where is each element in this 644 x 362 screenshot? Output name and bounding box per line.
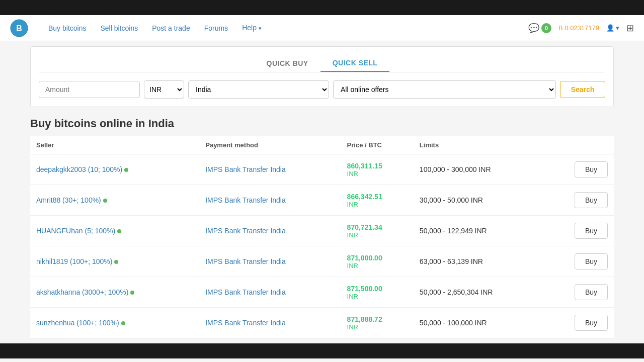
buy-button[interactable]: Buy (575, 223, 608, 239)
listings-table: Seller Payment method Price / BTC Limits… (30, 136, 614, 338)
cell-buy: Buy (544, 154, 614, 185)
cell-price: 871,000.00INR (341, 246, 414, 277)
buy-button[interactable]: Buy (575, 192, 608, 208)
nav-post-trade[interactable]: Post a trade (145, 15, 197, 41)
col-price: Price / BTC (341, 136, 414, 154)
messages-group[interactable]: 💬 0 (528, 23, 551, 34)
cell-limits: 50,000 - 122,949 INR (414, 216, 544, 246)
cell-price: 871,500.00INR (341, 277, 414, 308)
search-button[interactable]: Search (560, 81, 605, 98)
price-value: 871,000.00 (347, 254, 382, 262)
cell-price: 870,721.34INR (341, 216, 414, 246)
messages-badge: 0 (541, 23, 551, 33)
cell-payment: IMPS Bank Transfer India (199, 216, 341, 246)
price-currency: INR (347, 293, 408, 300)
logo-icon: B (10, 19, 28, 37)
table-row: Amrit88 (30+; 100%)IMPS Bank Transfer In… (30, 185, 614, 216)
seller-link[interactable]: deepakgkk2003 (10; 100%) (36, 165, 122, 173)
cell-payment: IMPS Bank Transfer India (199, 308, 341, 338)
nav-forums[interactable]: Forums (197, 15, 235, 41)
seller-link[interactable]: Amrit88 (30+; 100%) (36, 196, 101, 204)
online-indicator (124, 168, 128, 172)
payment-link[interactable]: IMPS Bank Transfer India (205, 196, 286, 204)
cell-buy: Buy (544, 246, 614, 277)
user-menu[interactable]: 👤 ▾ (606, 24, 619, 32)
trade-form: INR USD EUR India United States United K… (39, 80, 605, 99)
top-bar (0, 0, 644, 15)
cell-price: 860,311.15INR (341, 154, 414, 185)
online-indicator (117, 229, 121, 233)
online-indicator (121, 321, 125, 325)
trade-panel: QUICK BUY QUICK SELL INR USD EUR India U… (30, 46, 614, 107)
col-limits: Limits (414, 136, 544, 154)
currency-select[interactable]: INR USD EUR (144, 80, 184, 99)
buy-button[interactable]: Buy (575, 315, 608, 331)
cell-limits: 100,000 - 300,000 INR (414, 154, 544, 185)
table-row: nikhil1819 (100+; 100%)IMPS Bank Transfe… (30, 246, 614, 277)
svg-text:B: B (16, 24, 22, 33)
buy-button[interactable]: Buy (575, 284, 608, 300)
main-content: QUICK BUY QUICK SELL INR USD EUR India U… (20, 41, 624, 343)
table-row: deepakgkk2003 (10; 100%)IMPS Bank Transf… (30, 154, 614, 185)
seller-link[interactable]: sunzhenhua (100+; 100%) (36, 319, 119, 327)
cell-seller: akshatkhanna (3000+; 100%) (30, 277, 199, 308)
price-currency: INR (347, 262, 408, 269)
table-header-row: Seller Payment method Price / BTC Limits (30, 136, 614, 154)
table-row: sunzhenhua (100+; 100%)IMPS Bank Transfe… (30, 308, 614, 338)
nav-sell-bitcoins[interactable]: Sell bitcoins (93, 15, 145, 41)
price-currency: INR (347, 201, 408, 208)
seller-link[interactable]: akshatkhanna (3000+; 100%) (36, 288, 128, 296)
online-indicator (103, 199, 107, 203)
cell-seller: sunzhenhua (100+; 100%) (30, 308, 199, 338)
user-icon: 👤 (606, 24, 614, 32)
navbar-links: Buy bitcoins Sell bitcoins Post a trade … (41, 15, 528, 41)
payment-link[interactable]: IMPS Bank Transfer India (205, 165, 286, 173)
price-currency: INR (347, 170, 408, 177)
nav-buy-bitcoins[interactable]: Buy bitcoins (41, 15, 93, 41)
cell-limits: 63,000 - 63,139 INR (414, 246, 544, 277)
cell-payment: IMPS Bank Transfer India (199, 246, 341, 277)
price-currency: INR (347, 323, 408, 331)
brand[interactable]: B (10, 19, 31, 37)
table-header: Seller Payment method Price / BTC Limits (30, 136, 614, 154)
payment-link[interactable]: IMPS Bank Transfer India (205, 319, 286, 327)
cell-limits: 50,000 - 100,000 INR (414, 308, 544, 338)
country-select[interactable]: India United States United Kingdom (188, 80, 329, 99)
payment-link[interactable]: IMPS Bank Transfer India (205, 288, 286, 296)
online-indicator (114, 260, 118, 264)
online-indicator (130, 291, 134, 295)
cell-buy: Buy (544, 308, 614, 338)
tab-quick-buy[interactable]: QUICK BUY (255, 55, 320, 72)
tab-quick-sell[interactable]: QUICK SELL (320, 55, 390, 72)
payment-link[interactable]: IMPS Bank Transfer India (205, 257, 286, 265)
cell-buy: Buy (544, 277, 614, 308)
cell-limits: 50,000 - 2,650,304 INR (414, 277, 544, 308)
offer-select[interactable]: All online offers (333, 80, 556, 99)
cell-price: 866,342.51INR (341, 185, 414, 216)
buy-button[interactable]: Buy (575, 161, 608, 177)
table-row: HUANGFUhan (5; 100%)IMPS Bank Transfer I… (30, 216, 614, 246)
price-currency: INR (347, 231, 408, 239)
help-dropdown-arrow: ▾ (259, 25, 262, 31)
seller-link[interactable]: nikhil1819 (100+; 100%) (36, 257, 112, 265)
listings-body: deepakgkk2003 (10; 100%)IMPS Bank Transf… (30, 154, 614, 338)
nav-help[interactable]: Help ▾ (235, 15, 269, 41)
amount-input[interactable] (39, 81, 140, 98)
buy-button[interactable]: Buy (575, 253, 608, 269)
navbar: B Buy bitcoins Sell bitcoins Post a trad… (0, 15, 644, 41)
cell-buy: Buy (544, 216, 614, 246)
cell-seller: nikhil1819 (100+; 100%) (30, 246, 199, 277)
cell-limits: 30,000 - 50,000 INR (414, 185, 544, 216)
cell-payment: IMPS Bank Transfer India (199, 154, 341, 185)
user-dropdown-arrow: ▾ (616, 24, 619, 32)
payment-link[interactable]: IMPS Bank Transfer India (205, 227, 286, 235)
cell-seller: HUANGFUhan (5; 100%) (30, 216, 199, 246)
price-value: 871,888.72 (347, 315, 382, 323)
grid-icon[interactable]: ⊞ (626, 23, 634, 34)
seller-link[interactable]: HUANGFUhan (5; 100%) (36, 227, 115, 235)
page-title: Buy bitcoins online in India (30, 117, 614, 130)
chat-icon: 💬 (528, 23, 539, 34)
cell-payment: IMPS Bank Transfer India (199, 277, 341, 308)
btc-balance: B 0.02317179 (558, 24, 599, 32)
price-value: 866,342.51 (347, 193, 382, 201)
